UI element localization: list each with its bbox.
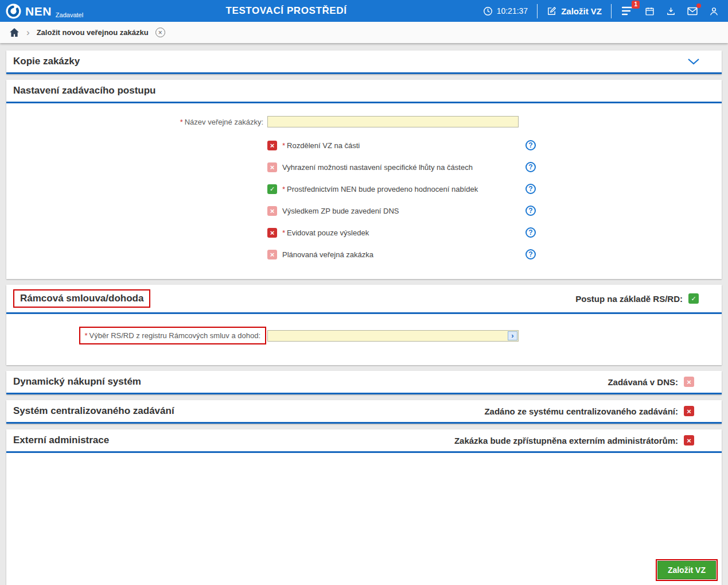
checkbox-label: *Evidovat pouze výsledek (282, 228, 369, 237)
section-title: Externí administrace (13, 435, 109, 446)
messages-button[interactable] (686, 6, 699, 17)
row-planovana-verejna-zakazka: Plánovaná veřejná zakázka (267, 243, 536, 265)
nazev-vz-input[interactable] (267, 116, 519, 127)
rsrd-field-row: *Výběr RS/RD z registru Rámcových smluv … (6, 327, 722, 344)
section-centralizovane-zadavani: Systém centralizovaného zadávání Zadáno … (6, 400, 722, 424)
section-externi-administrace: Externí administrace Zakázka bude zpříst… (6, 429, 722, 585)
checkbox-toggle-icon[interactable] (267, 162, 277, 172)
home-icon (9, 28, 20, 37)
section-body: *Název veřejné zakázky: *Rozdělení VZ na… (6, 103, 722, 279)
row-vyhrazeni-lhuty-na-castech: Vyhrazení možnosti nastavení specifické … (267, 156, 536, 178)
status-label: Zadáno ze systému centralizovaného zadáv… (484, 406, 678, 416)
section-kopie-zakazky: Kopie zakázky (6, 51, 722, 74)
help-icon[interactable] (525, 249, 536, 259)
section-status: Zadávaná v DNS: (608, 377, 715, 387)
checkbox-label: Výsledkem ZP bude zavedení DNS (282, 207, 399, 215)
section-header: Kopie zakázky (6, 51, 722, 74)
rsrd-label-highlighted: *Výběr RS/RD z registru Rámcových smluv … (79, 327, 266, 344)
brand-subtitle: Zadavatel (56, 11, 83, 18)
breadcrumb-separator (26, 27, 30, 38)
create-vz-header-button[interactable]: Založit VZ (547, 6, 602, 16)
brand-logo[interactable]: NEN Zadavatel (6, 3, 83, 19)
section-title: Systém centralizovaného zadávání (13, 405, 174, 417)
help-icon[interactable] (525, 140, 536, 150)
collapse-toggle[interactable] (687, 58, 715, 65)
section-header: Systém centralizovaného zadávání Zadáno … (6, 400, 722, 424)
chevron-down-icon (687, 58, 700, 65)
status-toggle-icon[interactable] (684, 435, 694, 445)
download-icon (666, 6, 676, 16)
checkbox-toggle-icon[interactable] (267, 141, 277, 150)
picker-chevron-icon[interactable] (508, 331, 517, 340)
status-label: Zakázka bude zpřístupněna externím admin… (454, 436, 678, 445)
status-toggle-icon[interactable] (684, 377, 694, 387)
nazev-vz-row: *Název veřejné zakázky: (6, 116, 722, 127)
checkbox-label: Vyhrazení možnosti nastavení specifické … (282, 163, 473, 172)
required-asterisk: * (85, 331, 88, 340)
section-body-empty (6, 453, 722, 585)
row-rozdeleni-vz-na-casti: *Rozdělení VZ na části (267, 134, 536, 156)
help-icon[interactable] (525, 227, 536, 238)
rsrd-picker-field (267, 330, 519, 342)
section-title: Kopie zakázky (13, 56, 80, 67)
nazev-vz-label: *Název veřejné zakázky: (180, 118, 267, 126)
required-asterisk: * (282, 141, 285, 150)
page: NEN Zadavatel TESTOVACÍ PROSTŘEDÍ 10:21:… (0, 0, 728, 585)
required-asterisk: * (180, 118, 183, 126)
status-label: Zadávaná v DNS: (608, 377, 678, 387)
help-icon[interactable] (525, 184, 536, 194)
breadcrumb-item[interactable]: Založit novou veřejnou zakázku (37, 28, 149, 37)
section-status: Zadáno ze systému centralizovaného zadáv… (484, 406, 715, 416)
checkbox-label: *Rozdělení VZ na části (282, 141, 360, 150)
create-vz-header-label: Založit VZ (561, 6, 602, 16)
checkbox-label: Plánovaná veřejná zakázka (282, 250, 373, 259)
section-title: Nastavení zadávacího postupu (13, 85, 155, 96)
header-divider (611, 4, 612, 18)
required-asterisk: * (282, 228, 285, 237)
mail-icon (687, 7, 698, 16)
help-icon[interactable] (525, 206, 536, 216)
brand-name: NEN (25, 5, 52, 17)
row-evidovat-pouze-vysledek: *Evidovat pouze výsledek (267, 222, 536, 243)
section-dns: Dynamický nákupní systém Zadávaná v DNS: (6, 371, 722, 394)
checkbox-toggle-icon[interactable] (267, 184, 277, 194)
nen-logo-icon (6, 3, 21, 19)
profile-button[interactable] (708, 5, 720, 17)
submit-create-vz-button[interactable]: Založit VZ (657, 561, 716, 579)
required-asterisk: * (282, 185, 285, 193)
time-text: 10:21:37 (497, 6, 528, 16)
section-header: Dynamický nákupní systém Zadávaná v DNS: (6, 371, 722, 394)
menu-badge: 1 (632, 1, 640, 9)
status-toggle-icon[interactable] (684, 406, 694, 416)
section-ramcova-smlouva: Rámcová smlouva/dohoda Postup na základě… (6, 285, 722, 365)
rsrd-input[interactable] (267, 330, 519, 342)
section-nastaveni-postupu: Nastavení zadávacího postupu *Název veře… (6, 80, 722, 279)
header-actions: 10:21:37 Založit VZ 1 (483, 4, 720, 18)
checkbox-toggle-icon[interactable] (267, 250, 277, 259)
section-header: Nastavení zadávacího postupu (6, 80, 722, 103)
menu-button[interactable]: 1 (621, 5, 634, 17)
help-icon[interactable] (525, 162, 536, 172)
row-vysledkem-zp-dns: Výsledkem ZP bude zavedení DNS (267, 200, 536, 222)
section-title-highlighted: Rámcová smlouva/dohoda (13, 289, 150, 308)
row-hodnoceni-nabidek-nen: *Prostřednictvím NEN bude provedeno hodn… (267, 178, 536, 200)
environment-title: TESTOVACÍ PROSTŘEDÍ (225, 5, 347, 17)
checkbox-toggle-icon[interactable] (267, 228, 277, 238)
home-button[interactable] (9, 28, 20, 37)
section-status: Zakázka bude zpřístupněna externím admin… (454, 435, 715, 445)
checkbox-label: *Prostřednictvím NEN bude provedeno hodn… (282, 185, 478, 193)
section-title: Dynamický nákupní systém (13, 376, 141, 388)
calendar-button[interactable] (644, 5, 656, 17)
close-tab-icon[interactable] (155, 28, 165, 37)
download-button[interactable] (665, 5, 677, 17)
calendar-icon (645, 6, 655, 16)
compose-icon (547, 6, 556, 16)
top-header: NEN Zadavatel TESTOVACÍ PROSTŘEDÍ 10:21:… (0, 0, 728, 22)
section-header: Rámcová smlouva/dohoda Postup na základě… (6, 285, 722, 314)
checkbox-toggle-icon[interactable] (267, 206, 277, 216)
mail-badge-dot (696, 3, 701, 8)
status-toggle-icon[interactable] (688, 293, 699, 304)
section-status: Postup na základě RS/RD: (575, 293, 715, 304)
breadcrumb: Založit novou veřejnou zakázku (0, 22, 728, 43)
header-divider (537, 4, 538, 18)
